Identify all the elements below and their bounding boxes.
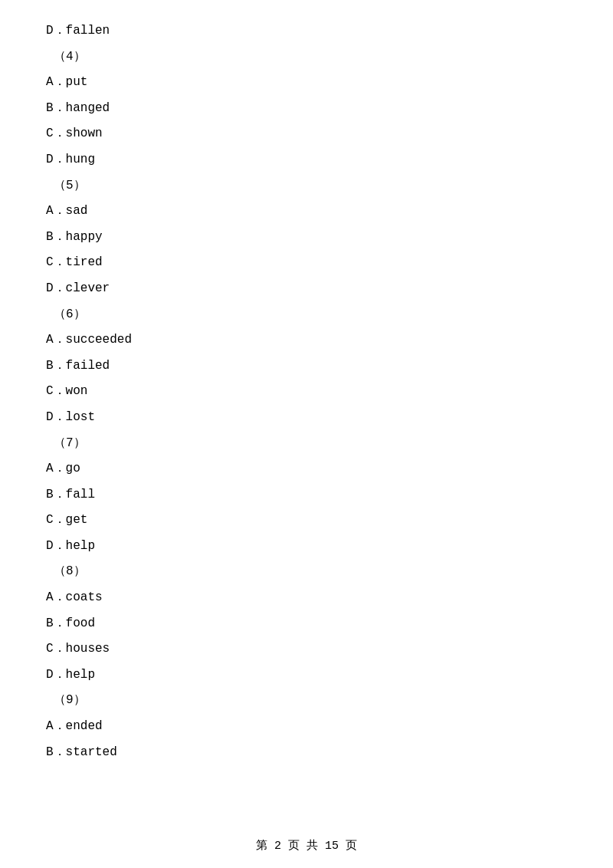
line-c-houses: C．houses: [46, 639, 567, 659]
line-b-happy: B．happy: [46, 228, 567, 248]
line-a-sad: A．sad: [46, 202, 567, 222]
line-b-hanged: B．hanged: [46, 99, 567, 119]
line-b-failed: B．failed: [46, 357, 567, 376]
line-num-6: （6）: [54, 305, 567, 325]
line-d-help: D．help: [46, 537, 567, 557]
line-a-ended: A．ended: [46, 717, 567, 737]
line-d-help2: D．help: [46, 666, 567, 686]
line-num-9: （9）: [54, 691, 567, 711]
line-d-hung: D．hung: [46, 150, 567, 170]
line-num-5: （5）: [54, 176, 567, 196]
line-a-put: A．put: [46, 73, 567, 93]
page-number: 第 2 页 共 15 页: [256, 840, 357, 853]
line-num-4: （4）: [54, 48, 567, 67]
line-a-go: A．go: [46, 459, 567, 479]
line-b-started: B．started: [46, 743, 567, 763]
line-c-tired: C．tired: [46, 253, 567, 273]
line-d-lost: D．lost: [46, 408, 567, 428]
line-a-coats: A．coats: [46, 588, 567, 608]
main-content: D．fallen（4）A．putB．hangedC．shownD．hung（5）…: [0, 0, 613, 814]
line-num-7: （7）: [54, 434, 567, 454]
line-c-won: C．won: [46, 382, 567, 402]
line-d-fallen: D．fallen: [46, 21, 567, 41]
line-b-food: B．food: [46, 614, 567, 634]
line-c-shown: C．shown: [46, 124, 567, 144]
line-a-succeeded: A．succeeded: [46, 330, 567, 350]
line-c-get: C．get: [46, 511, 567, 531]
line-b-fall: B．fall: [46, 485, 567, 505]
line-d-clever: D．clever: [46, 279, 567, 299]
page-footer: 第 2 页 共 15 页: [0, 838, 613, 853]
line-num-8: （8）: [54, 562, 567, 582]
